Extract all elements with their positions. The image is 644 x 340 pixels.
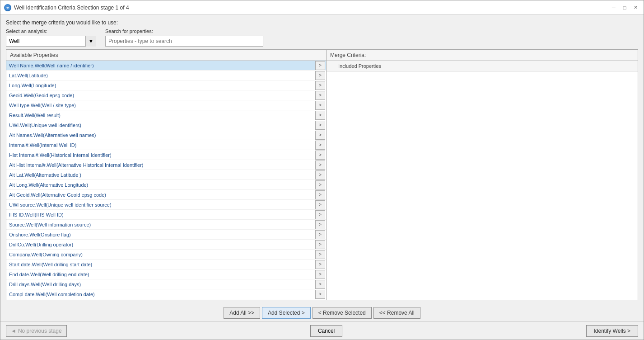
title-bar-left: Well Identification Criteria Selection s…	[4, 4, 129, 11]
search-label: Search for properties:	[105, 28, 263, 34]
add-item-button[interactable]: >	[315, 61, 325, 70]
add-item-button[interactable]: >	[315, 210, 325, 219]
list-item[interactable]: Start date.Well(Well drilling start date…	[6, 260, 326, 269]
merge-criteria-panel: Merge Criteria: Included Properties	[327, 49, 638, 300]
list-item[interactable]: DrillCo.Well(Drilling operator)>	[6, 240, 326, 250]
list-item[interactable]: IHS ID.Well(IHS Well ID)>	[6, 210, 326, 220]
list-item[interactable]: Alt Hist Internal#.Well(Alternative Hist…	[6, 160, 326, 170]
list-item[interactable]: Result.Well(Well result)>	[6, 110, 326, 120]
add-item-button[interactable]: >	[315, 270, 325, 279]
list-item[interactable]: Alt Lat.Well(Alternative Latitude )>	[6, 170, 326, 180]
add-item-button[interactable]: >	[315, 131, 325, 140]
search-input[interactable]	[105, 36, 263, 47]
list-item-text: DrillCo.Well(Drilling operator)	[6, 241, 315, 248]
list-item[interactable]: Onshore.Well(Onshore flag)>	[6, 230, 326, 240]
add-item-button[interactable]: >	[315, 220, 325, 229]
list-item[interactable]: Company.Well(Owning company)>	[6, 250, 326, 260]
maximize-button[interactable]: □	[620, 4, 629, 12]
add-item-button[interactable]: >	[315, 260, 325, 269]
list-item-text: Drill days.Well(Well drilling days)	[6, 281, 315, 288]
list-item-text: Company.Well(Owning company)	[6, 251, 315, 258]
analysis-select[interactable]: Well	[6, 36, 96, 47]
list-item[interactable]: Long.Well(Longitude)>	[6, 80, 326, 90]
close-button[interactable]: ✕	[631, 4, 640, 12]
add-item-button[interactable]: >	[315, 230, 325, 239]
identify-wells-button[interactable]: Identify Wells >	[586, 325, 638, 337]
add-item-button[interactable]: >	[315, 190, 325, 199]
list-item-text: Lat.Well(Latitude)	[6, 72, 315, 79]
add-item-button[interactable]: >	[315, 200, 325, 209]
list-item-text: Long.Well(Longitude)	[6, 82, 315, 89]
no-previous-stage-button[interactable]: ◄ No previous stage	[6, 325, 67, 337]
list-item[interactable]: Drill days.Well(Well drilling days)>	[6, 279, 326, 289]
available-properties-panel: Available Properties Well Name.Well(Well…	[6, 49, 327, 300]
add-selected-button[interactable]: Add Selected >	[262, 307, 311, 319]
list-item-text: Result.Well(Well result)	[6, 112, 315, 119]
list-item-text: IHS ID.Well(IHS Well ID)	[6, 211, 315, 218]
list-item[interactable]: Alt Long.Well(Alternative Longitude)>	[6, 180, 326, 190]
list-item-text: Well Name.Well(Well name / identifier)	[6, 62, 315, 69]
window-controls: ─ □ ✕	[609, 4, 640, 12]
list-item-text: Onshore.Well(Onshore flag)	[6, 231, 315, 238]
list-item[interactable]: UWI.Well(Unique well identifiers)>	[6, 120, 326, 130]
form-row: Select an analysis: Well ▼ Search for pr…	[6, 28, 638, 47]
add-item-button[interactable]: >	[315, 71, 325, 80]
window-title: Well Identification Criteria Selection s…	[14, 5, 129, 11]
add-item-button[interactable]: >	[315, 101, 325, 110]
add-item-button[interactable]: >	[315, 250, 325, 259]
included-properties-header-row: Included Properties	[327, 61, 638, 71]
list-item-text: Alt Long.Well(Alternative Longitude)	[6, 181, 315, 189]
available-properties-title: Available Properties	[10, 52, 58, 58]
add-item-button[interactable]: >	[315, 170, 325, 179]
add-item-button[interactable]: >	[315, 280, 325, 289]
list-item[interactable]: Well type.Well(Well / site type)>	[6, 100, 326, 110]
list-item[interactable]: Lat.Well(Latitude)>	[6, 71, 326, 80]
remove-selected-button[interactable]: < Remove Selected	[313, 307, 372, 319]
remove-all-button[interactable]: << Remove All	[373, 307, 420, 319]
list-item[interactable]: Internal#.Well(Internal Well ID)>	[6, 140, 326, 150]
add-item-button[interactable]: >	[315, 151, 325, 160]
list-item[interactable]: Alt Names.Well(Alternative well names)>	[6, 130, 326, 140]
list-item-text: Geoid.Well(Geoid epsg code)	[6, 92, 315, 99]
add-item-button[interactable]: >	[315, 81, 325, 90]
list-item[interactable]: Well Name.Well(Well name / identifier)>	[6, 61, 326, 71]
list-item[interactable]: Alt Geoid.Well(Alternative Geoid epsg co…	[6, 190, 326, 200]
search-group: Search for properties:	[105, 28, 263, 47]
add-item-button[interactable]: >	[315, 290, 325, 299]
list-item-text: Alt Names.Well(Alternative well names)	[6, 132, 315, 139]
add-item-button[interactable]: >	[315, 91, 325, 100]
app-icon	[4, 4, 11, 11]
list-item-text: UWI source.Well(Unique well identifier s…	[6, 201, 315, 208]
add-all-button[interactable]: Add All >>	[224, 307, 260, 319]
list-item-text: Compl date.Well(Well completion date)	[6, 291, 315, 298]
instruction-text: Select the merge criteria you would like…	[6, 19, 638, 26]
add-item-button[interactable]: >	[315, 240, 325, 249]
content-area: Select the merge criteria you would like…	[0, 15, 644, 304]
list-item[interactable]: Geoid.Well(Geoid epsg code)>	[6, 90, 326, 100]
included-properties-column-header: Included Properties	[338, 63, 635, 69]
list-item[interactable]: Compl date.Well(Well completion date)>	[6, 289, 326, 299]
footer: ◄ No previous stage Cancel Identify Well…	[0, 321, 644, 340]
minimize-button[interactable]: ─	[609, 4, 618, 12]
included-list[interactable]	[327, 71, 638, 300]
add-item-button[interactable]: >	[315, 161, 325, 170]
list-item[interactable]: End date.Well(Well drilling end date)>	[6, 269, 326, 279]
title-bar: Well Identification Criteria Selection s…	[0, 0, 644, 15]
list-item[interactable]: Purpose.Well(Well purpose)>	[6, 299, 326, 300]
add-item-button[interactable]: >	[315, 111, 325, 120]
cancel-button[interactable]: Cancel	[310, 325, 342, 337]
available-list-container[interactable]: Well Name.Well(Well name / identifier)>L…	[6, 61, 326, 300]
list-item[interactable]: Hist Internal#.Well(Historical Internal …	[6, 150, 326, 160]
add-item-button[interactable]: >	[315, 300, 325, 300]
available-list: Well Name.Well(Well name / identifier)>L…	[6, 61, 326, 300]
analysis-select-wrapper: Well ▼	[6, 36, 96, 47]
list-item-text: Alt Hist Internal#.Well(Alternative Hist…	[6, 161, 315, 169]
list-item-text: Well type.Well(Well / site type)	[6, 102, 315, 109]
panels-row: Available Properties Well Name.Well(Well…	[6, 49, 638, 300]
footer-left: ◄ No previous stage	[6, 325, 67, 337]
list-item[interactable]: Source.Well(Well information source)>	[6, 220, 326, 230]
list-item[interactable]: UWI source.Well(Unique well identifier s…	[6, 200, 326, 210]
add-item-button[interactable]: >	[315, 180, 325, 189]
add-item-button[interactable]: >	[315, 121, 325, 130]
add-item-button[interactable]: >	[315, 141, 325, 150]
